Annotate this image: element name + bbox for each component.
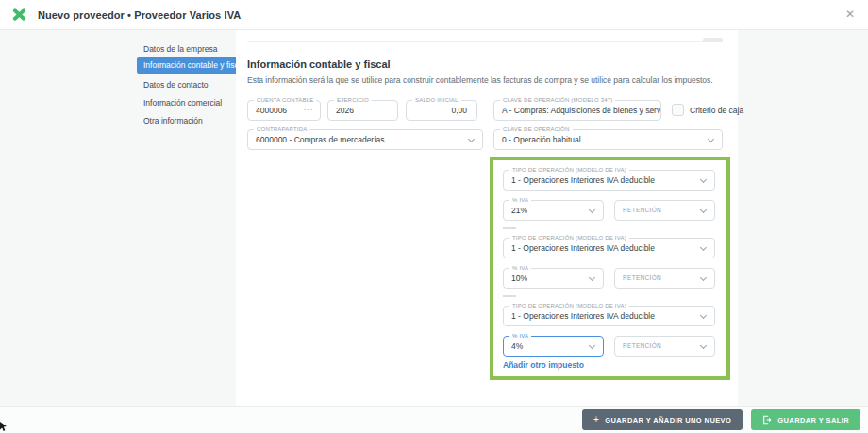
section-title: Información contable y fiscal [247, 58, 391, 70]
contrapartida-label: CONTRAPARTIDA [254, 126, 309, 133]
contrapartida-value: 6000000 - Compras de mercaderías [248, 130, 482, 149]
saldo-inicial-field[interactable]: SALDO INICIAL 0,00 [406, 100, 477, 121]
mouse-cursor [0, 420, 8, 433]
section-subtitle: Esta información será la que se utilice … [247, 75, 713, 85]
cuenta-contable-field[interactable]: CUENTA CONTABLE 4000006 ··· [247, 100, 321, 121]
more-options-icon[interactable]: ··· [304, 101, 314, 119]
iva-label: % IVA [509, 333, 531, 340]
save-and-exit-button[interactable]: GUARDAR Y SALIR [751, 409, 860, 430]
exit-icon [762, 415, 772, 425]
tipo-operacion-value: 1 - Operaciones Interiores IVA deducible [504, 239, 714, 258]
save-and-add-new-button[interactable]: + GUARDAR Y AÑADIR UNO NUEVO [582, 409, 743, 430]
iva-label: % IVA [509, 265, 531, 272]
criterio-caja-checkbox[interactable] [672, 104, 684, 116]
page-title: Nuevo proveedor • Proveedor Varios IVA [38, 9, 241, 21]
sidebar-item-info-contable[interactable]: Información contable y fiscal [137, 57, 251, 74]
section-divider [503, 295, 516, 297]
iva-select-3[interactable]: % IVA 4% [503, 336, 604, 357]
retencion-select-3[interactable]: RETENCIÓN [614, 336, 715, 357]
modal-header: Nuevo proveedor • Proveedor Varios IVA ✕ [0, 0, 868, 30]
retencion-select-1[interactable]: RETENCIÓN [614, 200, 715, 221]
sidebar-item-info-comercial[interactable]: Información comercial [143, 98, 222, 108]
sidebar-item-otra-info[interactable]: Otra información [143, 116, 203, 125]
tipo-operacion-value: 1 - Operaciones Interiores IVA deducible [504, 307, 714, 325]
save-and-add-new-label: GUARDAR Y AÑADIR UNO NUEVO [605, 416, 731, 425]
pre-footer-divider [247, 391, 723, 391]
clave-347-value: A - Compras: Adquisiciones de bienes y s… [494, 101, 660, 120]
modal-screen: Nuevo proveedor • Proveedor Varios IVA ✕… [0, 0, 868, 433]
tipo-operacion-label: TIPO DE OPERACIÓN (MODELO DE IVA) [509, 303, 629, 309]
retencion-select-2[interactable]: RETENCIÓN [614, 268, 715, 289]
retencion-placeholder: RETENCIÓN [615, 269, 714, 288]
iva-label: % IVA [509, 197, 531, 204]
ejercicio-value: 2026 [328, 101, 397, 120]
tax-highlight-box: TIPO DE OPERACIÓN (MODELO DE IVA) 1 - Op… [490, 157, 730, 380]
contrapartida-select[interactable]: CONTRAPARTIDA 6000000 - Compras de merca… [247, 129, 483, 150]
tipo-operacion-label: TIPO DE OPERACIÓN (MODELO DE IVA) [509, 235, 629, 241]
tipo-operacion-select-2[interactable]: TIPO DE OPERACIÓN (MODELO DE IVA) 1 - Op… [503, 238, 715, 258]
footer-bar: + GUARDAR Y AÑADIR UNO NUEVO GUARDAR Y S… [0, 406, 868, 433]
ejercicio-label: EJERCICIO [334, 97, 372, 104]
content-top-divider [247, 41, 723, 42]
scrollbar-thumb[interactable] [703, 38, 723, 42]
tipo-operacion-select-3[interactable]: TIPO DE OPERACIÓN (MODELO DE IVA) 1 - Op… [503, 306, 715, 326]
criterio-caja-label: Criterio de caja [690, 106, 743, 115]
section-divider [503, 227, 516, 229]
app-logo-icon [12, 8, 26, 21]
clave-operacion-select[interactable]: CLAVE DE OPERACIÓN 0 - Operación habitua… [493, 129, 723, 150]
iva-value: 4% [504, 337, 603, 356]
add-tax-link[interactable]: Añadir otro impuesto [503, 360, 584, 370]
saldo-inicial-value: 0,00 [407, 101, 476, 120]
retencion-placeholder: RETENCIÓN [615, 337, 714, 356]
save-and-exit-label: GUARDAR Y SALIR [777, 416, 849, 425]
saldo-inicial-label: SALDO INICIAL [412, 97, 461, 104]
iva-value: 10% [504, 269, 603, 288]
iva-value: 21% [504, 201, 603, 220]
sidebar-item-datos-contacto[interactable]: Datos de contacto [143, 80, 209, 90]
sidebar-item-datos-empresa[interactable]: Datos de la empresa [143, 44, 217, 54]
iva-select-2[interactable]: % IVA 10% [503, 268, 604, 289]
close-icon[interactable]: ✕ [845, 8, 855, 21]
clave-operacion-value: 0 - Operación habitual [494, 130, 722, 149]
clave-operacion-label: CLAVE DE OPERACIÓN [500, 126, 573, 133]
tipo-operacion-label: TIPO DE OPERACIÓN (MODELO DE IVA) [509, 167, 629, 174]
clave-347-label: CLAVE DE OPERACIÓN (MODELO 347) [500, 97, 615, 104]
tipo-operacion-select-1[interactable]: TIPO DE OPERACIÓN (MODELO DE IVA) 1 - Op… [503, 170, 715, 191]
retencion-placeholder: RETENCIÓN [615, 201, 714, 220]
ejercicio-field[interactable]: EJERCICIO 2026 [327, 100, 398, 121]
iva-select-1[interactable]: % IVA 21% [503, 200, 604, 221]
clave-347-select[interactable]: CLAVE DE OPERACIÓN (MODELO 347) A - Comp… [493, 100, 661, 121]
tipo-operacion-value: 1 - Operaciones Interiores IVA deducible [504, 171, 714, 190]
plus-icon: + [593, 415, 599, 425]
